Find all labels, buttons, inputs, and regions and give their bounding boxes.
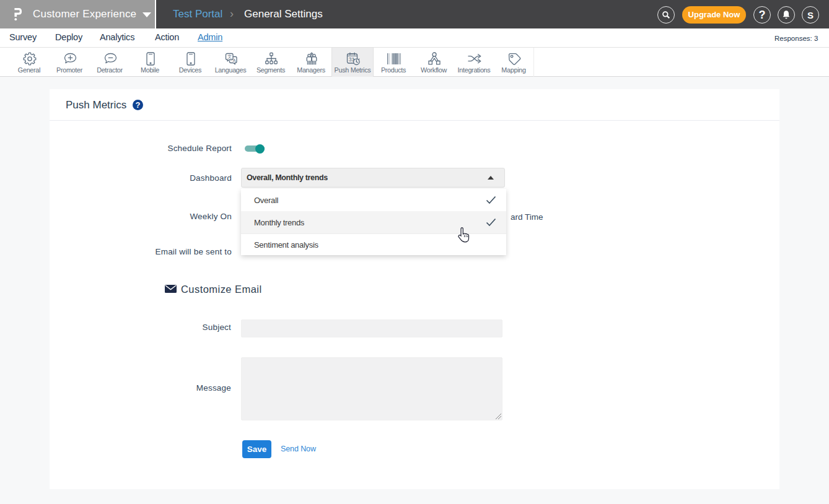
svg-text:A: A bbox=[233, 58, 236, 63]
svg-text:文: 文 bbox=[227, 54, 232, 59]
